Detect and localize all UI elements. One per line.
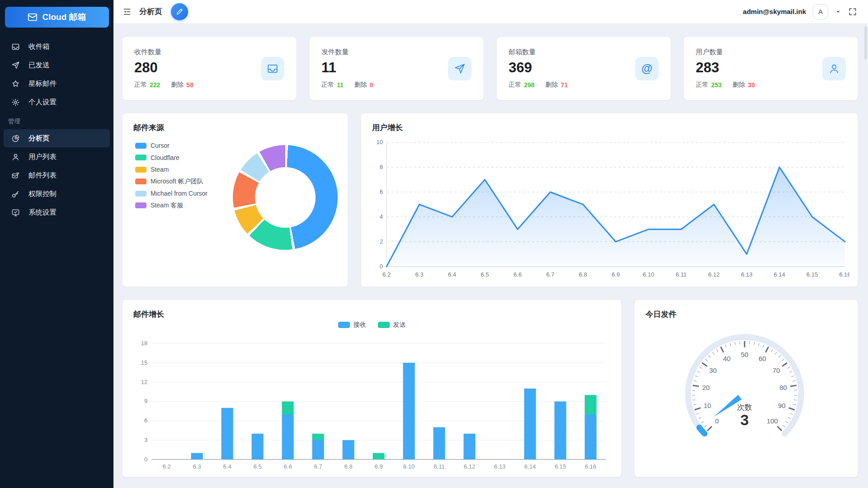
legend-swatch: [135, 167, 146, 173]
svg-text:0: 0: [380, 263, 383, 270]
deleted-value: 58: [186, 81, 193, 89]
svg-text:6.9: 6.9: [374, 463, 382, 470]
deleted-label: 删除: [354, 81, 367, 89]
svg-text:6.9: 6.9: [612, 271, 620, 278]
legend-swatch: [135, 178, 146, 184]
svg-text:0: 0: [144, 456, 147, 463]
sidebar-item-starred[interactable]: 星标邮件: [4, 75, 110, 93]
send-icon: [11, 61, 20, 70]
mail-sources-card: 邮件来源 CursorCloudflareSteamMicrosoft 帐户团队…: [122, 113, 348, 287]
stat-label: 收件数量: [134, 48, 193, 56]
legend-label: Michael from Cursor: [151, 190, 208, 197]
pie-legend-item[interactable]: Cloudflare: [135, 152, 208, 164]
scrollbar-thumb[interactable]: [864, 26, 867, 60]
svg-text:6.8: 6.8: [579, 271, 587, 278]
sidebar-item-perms[interactable]: 权限控制: [4, 185, 110, 203]
bar-legend: 接收 发送: [123, 321, 621, 329]
sidebar-item-analytics[interactable]: 分析页: [4, 129, 110, 147]
svg-text:6.15: 6.15: [807, 271, 818, 278]
mail-list-icon: [11, 171, 20, 180]
app-root: Cloud 邮箱 收件箱已发送星标邮件个人设置管理分析页用户列表邮件列表权限控制…: [0, 0, 868, 488]
sidebar-item-label: 个人设置: [28, 98, 57, 107]
deleted-label: 删除: [545, 81, 558, 89]
svg-text:9: 9: [144, 398, 147, 404]
sidebar-item-users[interactable]: 用户列表: [4, 148, 110, 166]
legend-swatch: [135, 202, 146, 208]
normal-value: 11: [337, 81, 344, 89]
sidebar-item-system[interactable]: 系统设置: [4, 203, 110, 221]
brand-logo[interactable]: Cloud 邮箱: [5, 7, 109, 28]
card-title: 今日发件: [646, 309, 847, 319]
stat-card-inbox: 收件数量 280 正常 222 删除 58: [122, 37, 297, 100]
fullscreen-icon[interactable]: [848, 7, 857, 16]
pie-legend-item[interactable]: Steam: [135, 164, 208, 176]
gauge-value: 3: [741, 411, 749, 428]
legend-label: Cursor: [151, 142, 170, 149]
deleted-value: 0: [370, 81, 373, 89]
menu-fold-icon[interactable]: [123, 7, 132, 16]
pie-legend-item[interactable]: Microsoft 帐户团队: [135, 176, 208, 188]
svg-text:6.10: 6.10: [403, 463, 415, 470]
svg-text:6.2: 6.2: [382, 271, 391, 278]
at-icon: @: [635, 57, 659, 80]
svg-text:6.4: 6.4: [448, 271, 456, 278]
svg-text:6.14: 6.14: [524, 463, 536, 470]
legend-item-send[interactable]: 发送: [378, 321, 406, 329]
user-icon: [822, 57, 846, 80]
svg-text:6: 6: [144, 417, 147, 424]
sidebar-item-sent[interactable]: 已发送: [4, 56, 110, 74]
pie-legend-item[interactable]: Michael from Cursor: [135, 188, 208, 200]
sidebar-item-label: 收件箱: [28, 42, 50, 52]
gear-icon: [11, 98, 20, 107]
user-growth-area-chart: 02468106.26.36.46.56.66.76.86.96.106.116…: [372, 137, 849, 282]
middle-row: 邮件来源 CursorCloudflareSteamMicrosoft 帐户团队…: [122, 113, 858, 287]
svg-text:6.15: 6.15: [555, 463, 566, 470]
pie-legend-item[interactable]: Steam 客服: [135, 200, 208, 212]
mail-growth-card: 邮件增长 接收 发送 03691215186.26.36.46.56.66.76…: [122, 300, 622, 477]
stat-sub: 正常 222 删除 58: [134, 81, 193, 89]
legend-label: 发送: [393, 321, 406, 329]
svg-text:12: 12: [141, 379, 148, 385]
svg-text:80: 80: [779, 384, 787, 391]
sidebar-item-mails[interactable]: 邮件列表: [4, 166, 110, 184]
svg-text:6.16: 6.16: [839, 271, 849, 278]
pie-legend-item[interactable]: Cursor: [135, 140, 208, 152]
sidebar-item-label: 权限控制: [28, 189, 57, 199]
legend-item-receive[interactable]: 接收: [338, 321, 366, 329]
svg-text:6.13: 6.13: [494, 463, 505, 470]
sidebar-item-inbox[interactable]: 收件箱: [4, 38, 110, 56]
edit-button[interactable]: [171, 3, 188, 20]
sidebar-item-profile[interactable]: 个人设置: [4, 93, 110, 111]
stat-sub: 正常 253 删除 30: [696, 81, 755, 89]
svg-text:6.11: 6.11: [676, 271, 687, 278]
deleted-value: 71: [561, 81, 568, 89]
svg-text:6.7: 6.7: [546, 271, 554, 278]
chevron-down-icon[interactable]: [835, 9, 841, 15]
stat-value: 369: [509, 60, 568, 76]
svg-text:10: 10: [377, 139, 383, 145]
normal-label: 正常: [134, 81, 147, 89]
main-area: 分析页 admin@skymail.ink A 收件数量 280: [113, 0, 868, 488]
svg-text:6.13: 6.13: [741, 271, 752, 278]
brand-name: Cloud 邮箱: [42, 11, 86, 23]
svg-text:0: 0: [715, 418, 719, 425]
stat-label: 发件数量: [321, 48, 373, 56]
user-icon: [11, 153, 20, 161]
svg-text:18: 18: [141, 340, 148, 347]
mail-sources-donut-chart: [233, 145, 338, 250]
card-title: 用户增长: [372, 122, 847, 133]
bottom-row: 邮件增长 接收 发送 03691215186.26.36.46.56.66.76…: [122, 300, 858, 477]
avatar[interactable]: A: [813, 4, 828, 19]
svg-text:3: 3: [144, 436, 147, 443]
legend-swatch: [338, 322, 350, 328]
legend-label: Steam 客服: [151, 202, 183, 210]
sidebar: Cloud 邮箱 收件箱已发送星标邮件个人设置管理分析页用户列表邮件列表权限控制…: [0, 0, 113, 488]
stat-card-sent: 发件数量 11 正常 11 删除 0: [309, 37, 484, 100]
stat-label: 邮箱数量: [509, 48, 568, 56]
sidebar-item-label: 分析页: [28, 134, 50, 143]
user-email: admin@skymail.ink: [743, 8, 806, 15]
legend-label: Steam: [151, 166, 169, 173]
svg-text:15: 15: [141, 359, 148, 366]
svg-text:2: 2: [380, 238, 383, 245]
svg-text:70: 70: [773, 367, 780, 374]
